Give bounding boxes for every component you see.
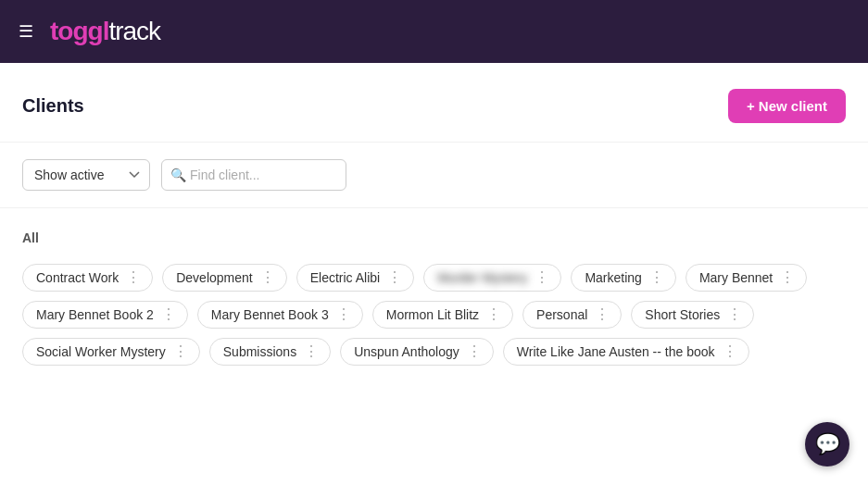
- client-tag-menu-icon[interactable]: ⋮: [467, 344, 482, 359]
- chat-icon: 💬: [815, 432, 840, 456]
- client-tag-name: Unspun Anthology: [354, 344, 459, 359]
- page-title: Clients: [22, 95, 84, 117]
- client-tag: Unspun Anthology⋮: [340, 338, 494, 366]
- client-tag-menu-icon[interactable]: ⋮: [727, 307, 742, 322]
- client-tag: Contract Work⋮: [22, 264, 153, 292]
- section-label: All: [22, 230, 846, 245]
- client-tag: Electric Alibi⋮: [296, 264, 414, 292]
- filters-bar: Show active Show archived Show all 🔍: [0, 143, 868, 208]
- client-tag-menu-icon[interactable]: ⋮: [387, 270, 402, 285]
- show-active-wrapper: Show active Show archived Show all: [22, 159, 150, 191]
- page-header: Clients + New client: [0, 63, 868, 143]
- client-tag-menu-icon[interactable]: ⋮: [649, 270, 664, 285]
- client-tag-name: Write Like Jane Austen -- the book: [517, 344, 715, 359]
- client-tag: Murder Mystery⋮: [423, 264, 561, 292]
- client-tag-name: Short Stories: [645, 307, 720, 322]
- client-tag: Mormon Lit Blitz⋮: [372, 301, 513, 329]
- client-tag: Submissions⋮: [209, 338, 331, 366]
- hamburger-icon: ☰: [19, 21, 33, 42]
- client-tag-menu-icon[interactable]: ⋮: [595, 307, 610, 322]
- app-header: ☰ toggl track: [0, 0, 868, 63]
- client-tag: Development⋮: [162, 264, 287, 292]
- client-tag-name: Personal: [536, 307, 587, 322]
- client-tag-name: Mary Bennet Book 2: [36, 307, 154, 322]
- client-tag-name: Marketing: [585, 270, 641, 285]
- client-tag: Mary Bennet Book 3⋮: [197, 301, 363, 329]
- logo-toggl: toggl: [50, 17, 108, 46]
- find-client-wrapper: 🔍: [161, 159, 346, 191]
- client-tag-name: Mormon Lit Blitz: [386, 307, 479, 322]
- client-tag-menu-icon[interactable]: ⋮: [535, 270, 549, 285]
- client-tag: Mary Bennet Book 2⋮: [22, 301, 188, 329]
- client-tag: Write Like Jane Austen -- the book⋮: [503, 338, 749, 366]
- logo: toggl track: [50, 17, 160, 46]
- clients-section: All Contract Work⋮Development⋮Electric A…: [0, 208, 868, 388]
- client-tag-menu-icon[interactable]: ⋮: [780, 270, 795, 285]
- client-tag: Short Stories⋮: [631, 301, 754, 329]
- client-tag-name: Murder Mystery: [437, 270, 527, 285]
- client-tag: Social Worker Mystery⋮: [22, 338, 200, 366]
- client-tag-menu-icon[interactable]: ⋮: [486, 307, 501, 322]
- client-tag-menu-icon[interactable]: ⋮: [173, 344, 188, 359]
- client-tag-menu-icon[interactable]: ⋮: [304, 344, 319, 359]
- client-tag-menu-icon[interactable]: ⋮: [260, 270, 275, 285]
- client-tag: Personal⋮: [522, 301, 622, 329]
- menu-button[interactable]: ☰: [15, 18, 37, 45]
- client-tag-menu-icon[interactable]: ⋮: [126, 270, 141, 285]
- logo-track: track: [108, 17, 160, 46]
- client-tag-name: Development: [176, 270, 253, 285]
- client-tag-name: Contract Work: [36, 270, 119, 285]
- tags-container: Contract Work⋮Development⋮Electric Alibi…: [22, 264, 846, 366]
- find-client-input[interactable]: [161, 159, 346, 191]
- client-tag: Marketing⋮: [571, 264, 675, 292]
- main-content: Clients + New client Show active Show ar…: [0, 63, 868, 485]
- chat-button[interactable]: 💬: [805, 422, 849, 466]
- client-tag-name: Social Worker Mystery: [36, 344, 166, 359]
- show-active-select[interactable]: Show active Show archived Show all: [22, 159, 150, 191]
- new-client-button[interactable]: + New client: [728, 89, 846, 123]
- client-tag-name: Mary Bennet: [699, 270, 773, 285]
- client-tag-menu-icon[interactable]: ⋮: [723, 344, 737, 359]
- client-tag-name: Electric Alibi: [310, 270, 380, 285]
- client-tag-menu-icon[interactable]: ⋮: [161, 307, 176, 322]
- client-tag-menu-icon[interactable]: ⋮: [336, 307, 351, 322]
- client-tag: Mary Bennet⋮: [686, 264, 807, 292]
- client-tag-name: Submissions: [223, 344, 296, 359]
- client-tag-name: Mary Bennet Book 3: [211, 307, 329, 322]
- search-icon: 🔍: [170, 168, 186, 182]
